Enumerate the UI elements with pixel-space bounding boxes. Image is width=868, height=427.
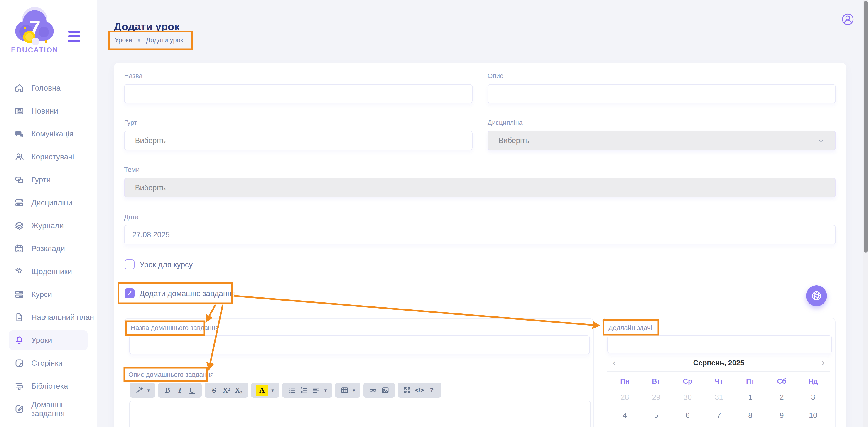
calendar-day[interactable]: 2 [766, 388, 797, 406]
sidebar-item-calendar[interactable]: Розклади [0, 237, 97, 260]
font-color-icon[interactable]: A [256, 385, 268, 396]
homework-description-editor[interactable] [129, 401, 591, 427]
toolbar-group: A▾ [251, 383, 279, 398]
calendar-grid: ПнВтСрЧтПтСбНд2829303112345678910 [609, 375, 829, 425]
breadcrumb: Уроки Додати урок [115, 36, 183, 44]
sidebar-item-chat[interactable]: Комунікація [0, 122, 97, 145]
calendar-day[interactable]: 6 [672, 406, 703, 425]
date-label: Дата [124, 214, 138, 221]
sidebar-item-groups[interactable]: Гурти [0, 168, 97, 191]
disciplines-icon [14, 198, 25, 208]
sidebar-item-users[interactable]: Користувачі [0, 145, 97, 168]
format-wand-icon[interactable] [134, 384, 144, 397]
calendar-day[interactable]: 28 [609, 388, 641, 406]
check-icon: ✓ [127, 289, 132, 297]
sidebar-nav: ГоловнаНовиниКомунікаціяКористувачіГурти… [0, 77, 97, 420]
calendar-month-label: Серпень, 2025 [621, 359, 816, 367]
align-icon[interactable] [311, 384, 321, 397]
chevron-down-icon [817, 137, 825, 144]
homework-name-input[interactable] [129, 335, 590, 354]
calendar-day[interactable]: 29 [641, 388, 672, 406]
sidebar-item-library[interactable]: Бібліотека [0, 375, 97, 398]
description-input[interactable] [488, 84, 836, 103]
calendar-day[interactable]: 7 [703, 406, 735, 425]
calendar-weekday: Пт [735, 375, 766, 388]
sidebar-item-label: Комунікація [31, 130, 73, 138]
superscript-icon[interactable]: X² [221, 384, 231, 397]
calendar-day[interactable]: 9 [766, 406, 797, 425]
toolbar-group: ▾ [335, 383, 361, 398]
pages-icon [14, 358, 25, 368]
course-lesson-checkbox-label[interactable]: Урок для курсу [140, 260, 193, 269]
sidebar-item-label: Курси [31, 290, 52, 299]
user-profile-button[interactable] [842, 13, 854, 25]
sidebar-item-news[interactable]: Новини [0, 99, 97, 122]
strikethrough-icon[interactable]: S [209, 384, 219, 397]
app-logo: 7 EDUCATION [7, 6, 62, 54]
sidebar: 7 EDUCATION ГоловнаНовиниКомунікаціяКори… [0, 0, 97, 427]
bullet-list-icon[interactable] [287, 384, 297, 397]
ordered-list-icon[interactable] [299, 384, 309, 397]
calendar-day[interactable]: 30 [672, 388, 703, 406]
add-homework-checkbox-label[interactable]: Додати домашнє завдання [140, 289, 236, 298]
journals-icon [14, 221, 25, 231]
sidebar-item-diary[interactable]: Щоденники [0, 260, 97, 283]
code-icon[interactable]: </> [414, 384, 425, 397]
theme-globe-button[interactable] [806, 285, 827, 306]
toolbar-group: </>? [398, 383, 441, 398]
description-label: Опис [488, 72, 503, 80]
topics-select[interactable]: Виберіть [124, 178, 836, 197]
add-homework-checkbox[interactable]: ✓ [125, 288, 134, 298]
deadline-input[interactable] [607, 335, 832, 353]
sidebar-item-label: Гурти [31, 175, 51, 184]
table-icon[interactable] [340, 384, 350, 397]
calendar-day[interactable]: 1 [735, 388, 766, 406]
group-select[interactable]: Виберіть [124, 131, 472, 150]
breadcrumb-lessons[interactable]: Уроки [115, 36, 132, 44]
underline-icon[interactable]: U [187, 384, 197, 397]
caret-icon[interactable]: ▾ [323, 384, 328, 397]
course-lesson-checkbox[interactable] [125, 259, 134, 269]
sidebar-item-curriculum[interactable]: Навчальний план [0, 306, 97, 329]
caret-icon[interactable]: ▾ [352, 384, 356, 397]
name-input[interactable] [124, 84, 472, 103]
menu-toggle-icon[interactable] [68, 31, 80, 42]
calendar-day[interactable]: 8 [735, 406, 766, 425]
scrollbar-thumb[interactable] [864, 1, 868, 253]
image-icon[interactable] [380, 384, 390, 397]
calendar-day[interactable]: 4 [609, 406, 641, 425]
groups-icon [14, 175, 25, 185]
calendar-weekday: Пн [609, 375, 641, 388]
calendar-next-icon[interactable]: › [816, 358, 830, 368]
sidebar-item-courses[interactable]: Курси [0, 283, 97, 306]
sidebar-item-journals[interactable]: Журнали [0, 214, 97, 237]
page-title: Додати урок [114, 20, 180, 33]
sidebar-item-pages[interactable]: Сторінки [0, 352, 97, 375]
date-input[interactable]: 27.08.2025 [124, 225, 836, 245]
sidebar-item-home[interactable]: Головна [0, 77, 97, 99]
calendar-weekday: Сб [766, 375, 797, 388]
sidebar-item-label: Сторінки [31, 359, 63, 368]
homework-name-label: Назва домашнього завдання [131, 324, 219, 332]
caret-icon[interactable]: ▾ [147, 384, 151, 397]
fullscreen-icon[interactable] [402, 384, 412, 397]
brand-name: EDUCATION [7, 46, 62, 54]
italic-icon[interactable]: I [175, 384, 185, 397]
caret-icon[interactable]: ▾ [271, 384, 275, 397]
calendar-day[interactable]: 5 [641, 406, 672, 425]
calendar-day[interactable]: 31 [703, 388, 735, 406]
discipline-select[interactable]: Виберіть [488, 131, 836, 150]
calendar-day[interactable]: 10 [798, 406, 829, 425]
calendar-day[interactable]: 3 [798, 388, 829, 406]
link-icon[interactable] [368, 384, 378, 397]
subscript-icon[interactable]: X₂ [234, 384, 244, 397]
sidebar-item-disciplines[interactable]: Дисципліни [0, 191, 97, 214]
sidebar-item-label: Дисципліни [31, 198, 72, 207]
toolbar-group: SX²X₂ [205, 383, 248, 398]
calendar-prev-icon[interactable]: ‹ [607, 358, 621, 368]
calendar-weekday: Чт [703, 375, 735, 388]
bold-icon[interactable]: B [163, 384, 173, 397]
help-icon[interactable]: ? [427, 384, 437, 397]
sidebar-item-bell[interactable]: Уроки [0, 329, 97, 352]
sidebar-item-homework[interactable]: Домашні завдання [0, 398, 97, 420]
